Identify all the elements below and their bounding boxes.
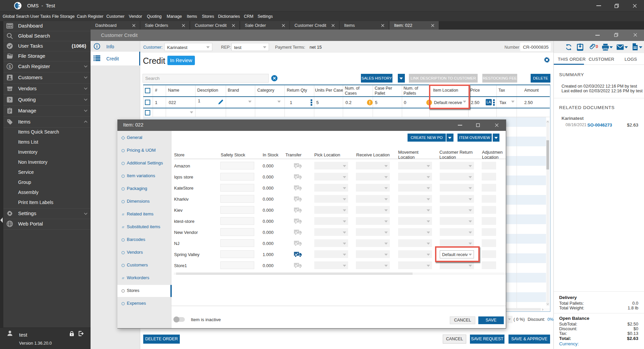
svg-text:?: ? — [8, 98, 11, 102]
svg-text:$: $ — [8, 64, 11, 69]
